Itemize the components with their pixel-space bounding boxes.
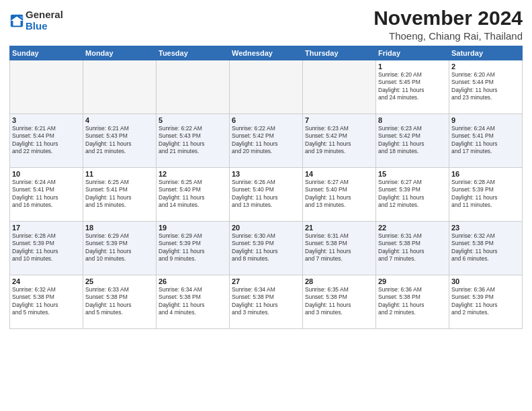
day-number: 2 — [451, 62, 520, 71]
day-number: 28 — [305, 277, 373, 285]
day-number: 18 — [85, 224, 154, 232]
table-row: 27Sunrise: 6:34 AMSunset: 5:38 PMDayligh… — [230, 275, 303, 329]
header: General Blue November 2024 Thoeng, Chian… — [9, 7, 523, 42]
table-row: 16Sunrise: 6:28 AMSunset: 5:39 PMDayligh… — [449, 168, 523, 222]
day-number: 17 — [12, 224, 81, 232]
day-number: 7 — [305, 116, 373, 124]
day-number: 21 — [305, 224, 373, 232]
table-row: 29Sunrise: 6:36 AMSunset: 5:38 PMDayligh… — [376, 275, 449, 329]
day-detail: Sunrise: 6:36 AMSunset: 5:38 PMDaylight:… — [378, 286, 447, 317]
table-row: 2Sunrise: 6:20 AMSunset: 5:44 PMDaylight… — [449, 60, 523, 114]
table-row: 8Sunrise: 6:23 AMSunset: 5:42 PMDaylight… — [376, 114, 449, 168]
day-detail: Sunrise: 6:21 AMSunset: 5:44 PMDaylight:… — [12, 125, 81, 156]
table-row: 18Sunrise: 6:29 AMSunset: 5:39 PMDayligh… — [83, 222, 157, 275]
table-row: 17Sunrise: 6:28 AMSunset: 5:39 PMDayligh… — [10, 222, 83, 275]
logo-icon — [9, 13, 24, 28]
day-number: 9 — [451, 116, 520, 124]
table-row: 19Sunrise: 6:29 AMSunset: 5:39 PMDayligh… — [157, 222, 230, 275]
table-row: 10Sunrise: 6:24 AMSunset: 5:41 PMDayligh… — [10, 168, 83, 222]
table-row: 22Sunrise: 6:31 AMSunset: 5:38 PMDayligh… — [376, 222, 449, 275]
logo-blue-text: Blue — [26, 21, 63, 32]
calendar-week-row: 1Sunrise: 6:20 AMSunset: 5:45 PMDaylight… — [10, 60, 523, 114]
table-row: 9Sunrise: 6:24 AMSunset: 5:41 PMDaylight… — [449, 114, 523, 168]
day-detail: Sunrise: 6:28 AMSunset: 5:39 PMDaylight:… — [12, 232, 81, 263]
day-number: 3 — [12, 116, 81, 124]
day-number: 27 — [232, 277, 300, 285]
table-row — [10, 60, 83, 114]
day-number: 20 — [232, 224, 300, 232]
table-row: 6Sunrise: 6:22 AMSunset: 5:42 PMDaylight… — [230, 114, 303, 168]
day-detail: Sunrise: 6:20 AMSunset: 5:44 PMDaylight:… — [451, 71, 520, 102]
day-number: 23 — [451, 224, 520, 232]
day-detail: Sunrise: 6:35 AMSunset: 5:38 PMDaylight:… — [305, 286, 373, 317]
day-detail: Sunrise: 6:23 AMSunset: 5:42 PMDaylight:… — [378, 125, 447, 156]
calendar-header-row: Sunday Monday Tuesday Wednesday Thursday… — [10, 46, 523, 60]
calendar-week-row: 17Sunrise: 6:28 AMSunset: 5:39 PMDayligh… — [10, 222, 523, 275]
table-row — [230, 60, 303, 114]
table-row: 5Sunrise: 6:22 AMSunset: 5:43 PMDaylight… — [157, 114, 230, 168]
day-number: 4 — [85, 116, 154, 124]
table-row — [157, 60, 230, 114]
day-detail: Sunrise: 6:24 AMSunset: 5:41 PMDaylight:… — [451, 125, 520, 156]
month-title: November 2024 — [373, 7, 523, 29]
col-saturday: Saturday — [449, 46, 523, 60]
calendar-week-row: 3Sunrise: 6:21 AMSunset: 5:44 PMDaylight… — [10, 114, 523, 168]
day-detail: Sunrise: 6:34 AMSunset: 5:38 PMDaylight:… — [232, 286, 300, 317]
day-detail: Sunrise: 6:28 AMSunset: 5:39 PMDaylight:… — [451, 179, 520, 210]
table-row: 3Sunrise: 6:21 AMSunset: 5:44 PMDaylight… — [10, 114, 83, 168]
table-row: 12Sunrise: 6:25 AMSunset: 5:40 PMDayligh… — [157, 168, 230, 222]
day-detail: Sunrise: 6:31 AMSunset: 5:38 PMDaylight:… — [305, 232, 373, 263]
table-row: 21Sunrise: 6:31 AMSunset: 5:38 PMDayligh… — [303, 222, 376, 275]
table-row: 13Sunrise: 6:26 AMSunset: 5:40 PMDayligh… — [230, 168, 303, 222]
day-number: 26 — [159, 277, 227, 285]
day-number: 13 — [232, 170, 300, 178]
day-number: 19 — [159, 224, 227, 232]
col-friday: Friday — [376, 46, 449, 60]
col-wednesday: Wednesday — [230, 46, 303, 60]
table-row: 28Sunrise: 6:35 AMSunset: 5:38 PMDayligh… — [303, 275, 376, 329]
col-monday: Monday — [83, 46, 157, 60]
day-detail: Sunrise: 6:27 AMSunset: 5:39 PMDaylight:… — [378, 179, 447, 210]
logo-general-text: General — [26, 9, 63, 21]
day-detail: Sunrise: 6:25 AMSunset: 5:41 PMDaylight:… — [85, 179, 154, 210]
calendar-week-row: 24Sunrise: 6:32 AMSunset: 5:38 PMDayligh… — [10, 275, 523, 329]
table-row: 24Sunrise: 6:32 AMSunset: 5:38 PMDayligh… — [10, 275, 83, 329]
day-detail: Sunrise: 6:29 AMSunset: 5:39 PMDaylight:… — [85, 232, 154, 263]
table-row: 1Sunrise: 6:20 AMSunset: 5:45 PMDaylight… — [376, 60, 449, 114]
day-number: 14 — [305, 170, 373, 178]
day-detail: Sunrise: 6:33 AMSunset: 5:38 PMDaylight:… — [85, 286, 154, 317]
col-thursday: Thursday — [303, 46, 376, 60]
day-detail: Sunrise: 6:30 AMSunset: 5:39 PMDaylight:… — [232, 232, 300, 263]
table-row — [303, 60, 376, 114]
calendar-week-row: 10Sunrise: 6:24 AMSunset: 5:41 PMDayligh… — [10, 168, 523, 222]
day-detail: Sunrise: 6:32 AMSunset: 5:38 PMDaylight:… — [451, 232, 520, 263]
day-detail: Sunrise: 6:24 AMSunset: 5:41 PMDaylight:… — [12, 179, 81, 210]
day-detail: Sunrise: 6:27 AMSunset: 5:40 PMDaylight:… — [305, 179, 373, 210]
day-detail: Sunrise: 6:22 AMSunset: 5:42 PMDaylight:… — [232, 125, 300, 156]
day-detail: Sunrise: 6:31 AMSunset: 5:38 PMDaylight:… — [378, 232, 447, 263]
day-number: 12 — [159, 170, 227, 178]
day-detail: Sunrise: 6:20 AMSunset: 5:45 PMDaylight:… — [378, 71, 447, 102]
table-row: 15Sunrise: 6:27 AMSunset: 5:39 PMDayligh… — [376, 168, 449, 222]
table-row: 30Sunrise: 6:36 AMSunset: 5:39 PMDayligh… — [449, 275, 523, 329]
day-number: 29 — [378, 277, 447, 285]
day-number: 1 — [378, 62, 447, 71]
day-number: 24 — [12, 277, 81, 285]
table-row: 25Sunrise: 6:33 AMSunset: 5:38 PMDayligh… — [83, 275, 157, 329]
table-row: 7Sunrise: 6:23 AMSunset: 5:42 PMDaylight… — [303, 114, 376, 168]
table-row: 14Sunrise: 6:27 AMSunset: 5:40 PMDayligh… — [303, 168, 376, 222]
location-title: Thoeng, Chiang Rai, Thailand — [373, 30, 523, 42]
day-detail: Sunrise: 6:34 AMSunset: 5:38 PMDaylight:… — [159, 286, 227, 317]
table-row: 11Sunrise: 6:25 AMSunset: 5:41 PMDayligh… — [83, 168, 157, 222]
day-number: 30 — [451, 277, 520, 285]
day-detail: Sunrise: 6:26 AMSunset: 5:40 PMDaylight:… — [232, 179, 300, 210]
day-detail: Sunrise: 6:22 AMSunset: 5:43 PMDaylight:… — [159, 125, 227, 156]
day-detail: Sunrise: 6:21 AMSunset: 5:43 PMDaylight:… — [85, 125, 154, 156]
day-number: 15 — [378, 170, 447, 178]
col-sunday: Sunday — [10, 46, 83, 60]
day-number: 16 — [451, 170, 520, 178]
day-number: 25 — [85, 277, 154, 285]
day-number: 22 — [378, 224, 447, 232]
day-number: 5 — [159, 116, 227, 124]
day-detail: Sunrise: 6:23 AMSunset: 5:42 PMDaylight:… — [305, 125, 373, 156]
